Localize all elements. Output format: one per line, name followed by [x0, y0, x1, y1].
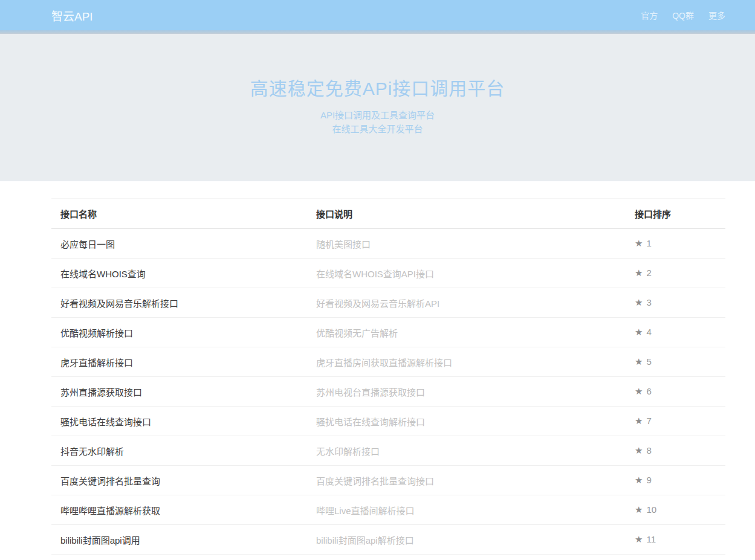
api-name: 虎牙直播解析接口: [51, 347, 307, 377]
api-description: 优酷视频无广告解析: [307, 318, 626, 347]
api-rank: ★9: [626, 466, 725, 495]
api-name: bilibili封面图api调用: [51, 525, 307, 555]
star-icon: ★: [635, 416, 643, 426]
rank-number: 4: [646, 327, 651, 337]
api-table-header: 接口名称 接口说明 接口排序: [51, 199, 725, 229]
star-icon: ★: [635, 504, 643, 515]
api-description: 在线域名WHOIS查询API接口: [307, 259, 626, 288]
api-rank: ★7: [626, 407, 725, 436]
table-row[interactable]: 在线域名WHOIS查询 在线域名WHOIS查询API接口 ★2: [51, 259, 725, 288]
api-list-container: 接口名称 接口说明 接口排序 必应每日一图 随机美图接口 ★1 在线域名WHOI…: [51, 198, 725, 555]
api-name: 百度关键词排名批量查询: [51, 466, 307, 495]
nav-link-qq-group[interactable]: QQ群: [672, 9, 694, 21]
api-rank: ★10: [626, 495, 725, 525]
api-name: 优酷视频解析接口: [51, 318, 307, 347]
column-header-rank: 接口排序: [626, 199, 725, 229]
table-row[interactable]: 苏州直播源获取接口 苏州电视台直播源获取接口 ★6: [51, 377, 725, 407]
star-icon: ★: [635, 238, 643, 248]
rank-number: 8: [646, 445, 651, 455]
brand-logo[interactable]: 智云API: [51, 7, 93, 24]
rank-number: 2: [646, 268, 651, 278]
api-rank: ★6: [626, 377, 725, 407]
api-description: bilibili封面图api解析接口: [307, 525, 626, 555]
api-name: 在线域名WHOIS查询: [51, 259, 307, 288]
api-rank: ★8: [626, 436, 725, 466]
api-rank: ★11: [626, 525, 725, 555]
table-row[interactable]: 好看视频及网易音乐解析接口 好看视频及网易云音乐解析API ★3: [51, 288, 725, 318]
api-description: 骚扰电话在线查询解析接口: [307, 407, 626, 436]
table-row[interactable]: 百度关键词排名批量查询 百度关键词排名批量查询接口 ★9: [51, 466, 725, 495]
table-row[interactable]: 必应每日一图 随机美图接口 ★1: [51, 229, 725, 259]
hero-title: 高速稳定免费APi接口调用平台: [0, 74, 755, 100]
hero-banner: 高速稳定免费APi接口调用平台 API接口调用及工具查询平台 在线工具大全开发平…: [0, 34, 755, 181]
api-description: 百度关键词排名批量查询接口: [307, 466, 626, 495]
rank-number: 5: [646, 356, 651, 367]
table-row[interactable]: 虎牙直播解析接口 虎牙直播房间获取直播源解析接口 ★5: [51, 347, 725, 377]
api-rank: ★5: [626, 347, 725, 377]
rank-number: 6: [646, 386, 651, 396]
api-description: 哔哩Live直播间解析接口: [307, 495, 626, 525]
column-header-name: 接口名称: [51, 199, 307, 229]
table-row[interactable]: 哔哩哔哩直播源解析获取 哔哩Live直播间解析接口 ★10: [51, 495, 725, 525]
api-rank: ★1: [626, 229, 725, 259]
rank-number: 10: [646, 504, 656, 515]
navbar-links: 官方 QQ群 更多: [641, 9, 725, 21]
rank-number: 9: [646, 475, 651, 485]
rank-number: 7: [646, 416, 651, 426]
api-name: 必应每日一图: [51, 229, 307, 259]
api-table-body: 必应每日一图 随机美图接口 ★1 在线域名WHOIS查询 在线域名WHOIS查询…: [51, 229, 725, 555]
api-name: 苏州直播源获取接口: [51, 377, 307, 407]
api-rank: ★4: [626, 318, 725, 347]
api-description: 随机美图接口: [307, 229, 626, 259]
api-name: 骚扰电话在线查询接口: [51, 407, 307, 436]
hero-subtitle-2: 在线工具大全开发平台: [0, 122, 755, 136]
rank-number: 1: [646, 238, 651, 248]
rank-number: 3: [646, 297, 651, 307]
table-row[interactable]: 抖音无水印解析 无水印解析接口 ★8: [51, 436, 725, 466]
api-description: 虎牙直播房间获取直播源解析接口: [307, 347, 626, 377]
table-row[interactable]: 骚扰电话在线查询接口 骚扰电话在线查询解析接口 ★7: [51, 407, 725, 436]
api-name: 哔哩哔哩直播源解析获取: [51, 495, 307, 525]
rank-number: 11: [646, 534, 656, 544]
api-rank: ★2: [626, 259, 725, 288]
table-row[interactable]: bilibili封面图api调用 bilibili封面图api解析接口 ★11: [51, 525, 725, 555]
api-name: 抖音无水印解析: [51, 436, 307, 466]
star-icon: ★: [635, 356, 643, 367]
star-icon: ★: [635, 327, 643, 337]
api-name: 好看视频及网易音乐解析接口: [51, 288, 307, 318]
api-description: 无水印解析接口: [307, 436, 626, 466]
column-header-description: 接口说明: [307, 199, 626, 229]
star-icon: ★: [635, 475, 643, 485]
star-icon: ★: [635, 268, 643, 278]
top-navbar: 智云API 官方 QQ群 更多: [0, 0, 755, 30]
star-icon: ★: [635, 534, 643, 544]
star-icon: ★: [635, 386, 643, 396]
nav-link-official[interactable]: 官方: [641, 9, 658, 21]
nav-link-more[interactable]: 更多: [708, 9, 725, 21]
star-icon: ★: [635, 445, 643, 455]
star-icon: ★: [635, 297, 643, 307]
api-table: 接口名称 接口说明 接口排序 必应每日一图 随机美图接口 ★1 在线域名WHOI…: [51, 198, 725, 555]
api-description: 好看视频及网易云音乐解析API: [307, 288, 626, 318]
api-rank: ★3: [626, 288, 725, 318]
api-description: 苏州电视台直播源获取接口: [307, 377, 626, 407]
table-row[interactable]: 优酷视频解析接口 优酷视频无广告解析 ★4: [51, 318, 725, 347]
hero-subtitle-1: API接口调用及工具查询平台: [0, 108, 755, 122]
